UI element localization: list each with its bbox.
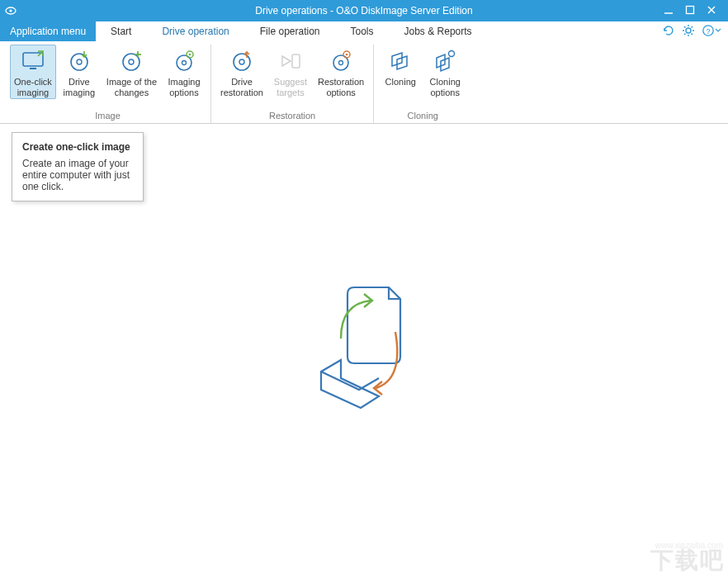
suggest-targets-button: Suggest targets <box>269 45 312 99</box>
cloning-options-button[interactable]: Cloning options <box>423 45 466 99</box>
settings-icon[interactable] <box>682 24 695 40</box>
help-icon[interactable]: ? <box>702 24 721 40</box>
menubar: Application menu Start Drive operation F… <box>0 21 728 41</box>
window-title: Drive operations - O&O DiskImage Server … <box>0 5 728 17</box>
arrow-in-icon <box>277 47 305 75</box>
tooltip-title: Create one-click image <box>22 141 133 153</box>
tab-start[interactable]: Start <box>96 21 147 41</box>
clone-icon <box>386 47 414 75</box>
svg-line-14 <box>692 26 693 28</box>
ribbon-item-label: Drive restoration <box>220 77 263 98</box>
svg-point-35 <box>346 54 348 56</box>
disc-plus-icon <box>117 47 145 75</box>
ribbon-item-label: Image of the changes <box>106 77 157 98</box>
ribbon-group-image: One-click imaging Drive imaging Image of… <box>5 45 211 123</box>
svg-point-6 <box>686 28 691 33</box>
svg-point-26 <box>182 61 187 65</box>
menubar-right: ? <box>655 21 728 41</box>
one-click-imaging-button[interactable]: One-click imaging <box>10 45 56 99</box>
svg-line-13 <box>684 33 686 35</box>
refresh-icon[interactable] <box>662 24 675 40</box>
window-controls <box>664 4 728 17</box>
svg-point-33 <box>339 61 343 65</box>
tab-file-operation[interactable]: File operation <box>245 21 336 41</box>
titlebar: Drive operations - O&O DiskImage Server … <box>0 0 728 21</box>
svg-line-12 <box>692 33 693 35</box>
svg-point-21 <box>123 54 139 70</box>
ribbon-group-label: Restoration <box>269 111 315 123</box>
ribbon-item-label: Imaging options <box>168 77 200 98</box>
cloning-button[interactable]: Cloning <box>379 45 422 99</box>
svg-point-22 <box>129 59 134 64</box>
tooltip: Create one-click image Create an image o… <box>12 132 144 201</box>
disc-gear-icon <box>170 47 198 75</box>
svg-rect-18 <box>30 68 36 69</box>
svg-line-11 <box>684 26 686 28</box>
maximize-button[interactable] <box>685 4 695 17</box>
disc-up-icon <box>228 47 256 75</box>
svg-point-30 <box>239 59 244 64</box>
watermark-text: 下载吧 <box>650 545 725 576</box>
svg-point-1 <box>9 9 12 12</box>
svg-point-28 <box>189 54 191 56</box>
clone-gear-icon <box>431 47 459 75</box>
tab-jobs-reports[interactable]: Jobs & Reports <box>390 21 488 41</box>
app-icon <box>0 4 21 17</box>
ribbon-item-label: Restoration options <box>318 77 364 98</box>
drive-imaging-button[interactable]: Drive imaging <box>58 45 101 99</box>
ribbon-group-label: Image <box>95 111 121 123</box>
image-of-changes-button[interactable]: Image of the changes <box>102 45 161 99</box>
tab-drive-operation[interactable]: Drive operation <box>147 21 244 41</box>
tab-tools[interactable]: Tools <box>336 21 390 41</box>
drive-restoration-button[interactable]: Drive restoration <box>216 45 267 99</box>
center-illustration <box>290 281 438 421</box>
ribbon-item-label: Cloning options <box>430 77 461 98</box>
monitor-icon <box>19 47 47 75</box>
close-button[interactable] <box>707 4 716 17</box>
ribbon: One-click imaging Drive imaging Image of… <box>0 41 728 124</box>
ribbon-group-label: Cloning <box>408 111 438 123</box>
tooltip-body: Create an image of your entire computer … <box>22 158 133 192</box>
imaging-options-button[interactable]: Imaging options <box>163 45 206 99</box>
svg-text:?: ? <box>706 26 710 35</box>
disc-down-icon <box>65 47 93 75</box>
svg-point-20 <box>77 59 82 64</box>
ribbon-group-cloning: Cloning Cloning options Cloning <box>374 45 471 123</box>
ribbon-item-label: Drive imaging <box>64 77 96 98</box>
restoration-options-button[interactable]: Restoration options <box>314 45 368 99</box>
svg-rect-31 <box>292 54 300 68</box>
application-menu-button[interactable]: Application menu <box>0 21 96 41</box>
ribbon-group-restoration: Drive restoration Suggest targets Restor… <box>211 45 374 123</box>
ribbon-item-label: Cloning <box>385 77 416 88</box>
ribbon-item-label: One-click imaging <box>14 77 52 98</box>
minimize-button[interactable] <box>664 4 674 17</box>
svg-rect-3 <box>687 7 694 14</box>
ribbon-item-label: Suggest targets <box>274 77 307 98</box>
svg-point-36 <box>449 51 455 57</box>
disc-gear-restore-icon <box>327 47 355 75</box>
svg-point-29 <box>234 54 250 70</box>
